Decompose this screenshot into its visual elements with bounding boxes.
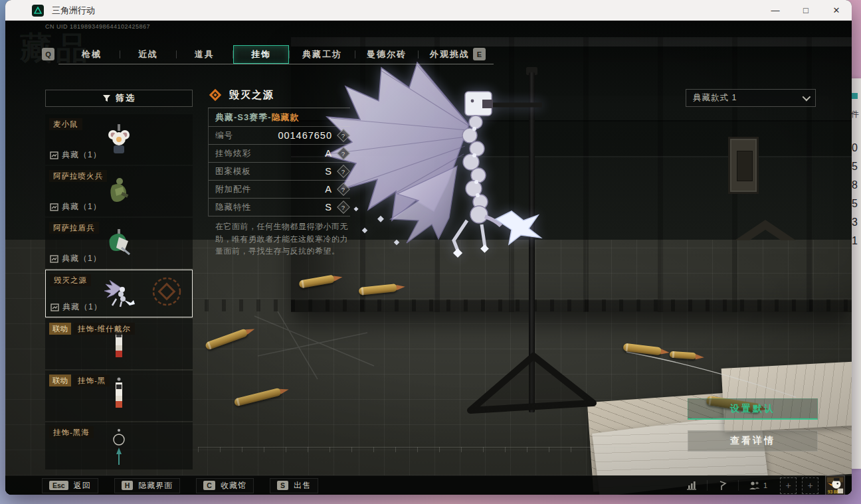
charm-name: 阿萨拉喷火兵 [49,170,107,182]
tab-firearms[interactable]: 枪械 [64,45,120,64]
shortcut-collection-hall[interactable]: C 收藏馆 [196,478,254,493]
background-window-number: 1 [852,235,861,247]
help-icon[interactable]: ? [337,183,350,196]
stats-button[interactable] [676,476,707,495]
charm-thumbnail [106,176,132,207]
set-default-button[interactable]: 设置默认 [688,398,818,420]
tab-mandel-brick[interactable]: 曼德尔砖 [355,45,418,64]
tab-underline [58,64,494,64]
collection-emblem-icon [151,276,183,307]
filter-icon [102,94,111,102]
collection-icon [50,151,58,159]
window-title: 三角洲行动 [52,5,95,17]
help-icon[interactable]: ? [337,165,350,178]
avatar-caption: 93 88 [828,489,839,494]
charm-name: 毁灭之源 [50,274,91,286]
background-window-number: 0 [852,142,861,154]
background-window-number: 5 [852,198,861,210]
tab-items[interactable]: 道具 [177,45,233,64]
esc-key-badge: Esc [49,481,68,490]
stat-row-hidden-trait: 隐藏特性 S ? [209,199,350,216]
party-button[interactable]: 1 [739,476,777,495]
help-icon[interactable]: ? [337,201,350,214]
charm-thumbnail [102,279,136,308]
next-tab-key-hint: E [473,48,486,60]
shortcut-hide-ui[interactable]: H 隐藏界面 [114,478,181,493]
background-window-number: 5 [852,161,861,173]
shortcut-back[interactable]: Esc 返回 [42,478,98,493]
style-dropdown-value: 典藏款式 1 [693,92,737,104]
maximize-button[interactable]: □ [791,0,821,21]
crate-latch [728,137,759,194]
list-item-maixiaoshu[interactable]: 麦小鼠 典藏（1） [45,114,193,165]
charm-list: 麦小鼠 典藏（1） 阿萨拉喷火兵 典藏（1） [45,114,193,469]
list-item-flamer[interactable]: 阿萨拉喷火兵 典藏（1） [45,166,193,216]
list-item-source-of-destruction[interactable]: 毁灭之源 典藏（1） [45,270,193,317]
tab-melee[interactable]: 近战 [120,45,176,64]
charm-thumbnail [111,428,127,467]
chevron-down-icon [803,93,811,102]
game-content: CN UID 1819893498644102425867 藏品 Q 枪械 近战… [5,21,852,495]
tab-charms[interactable]: 挂饰 [233,45,289,64]
charm-name: 挂饰-维什戴尔 [74,323,135,335]
charm-thumbnail [105,124,133,155]
app-window: 三角洲行动 — □ ✕ [5,0,852,495]
collection-count: 典藏（1） [62,149,102,161]
charm-description: 在它面前，任何生物都显得渺小而无助，唯有勇敢者才能在这般寒冷的力量面前，寻找生存… [215,220,356,258]
player-avatar[interactable]: 93 88 [825,475,845,495]
shortcut-sell[interactable]: S 出售 [270,478,318,493]
desk-ruler [198,447,636,452]
charm-name: 麦小鼠 [49,118,82,130]
s-key-badge: S [277,481,288,490]
collab-badge: 联动 [49,323,71,335]
collab-badge: 联动 [49,375,71,386]
title-bar: 三角洲行动 — □ ✕ [5,0,852,21]
c-key-badge: C [203,481,215,490]
detail-stats: 典藏-S3赛季-隐藏款 编号 001467650 ? 挂饰炫彩 A ? 图案模板… [208,108,350,216]
category-tabs: 枪械 近战 道具 挂饰 典藏工坊 曼德尔砖 外观挑战 [64,45,481,64]
list-item-blacksea[interactable]: 挂饰-黑海 [45,422,193,469]
collection-icon [50,303,59,311]
collection-icon [50,203,58,211]
help-icon[interactable]: ? [337,147,350,160]
help-icon[interactable]: ? [337,129,350,142]
flag-icon [718,481,727,491]
list-item-shieldbearer[interactable]: 阿萨拉盾兵 典藏（1） [45,218,193,268]
stat-row-colorway: 挂饰炫彩 A ? [209,145,350,163]
view-details-button[interactable]: 查看详情 [688,430,818,452]
charm-thumbnail [104,228,134,258]
charm-thumbnail [112,377,126,414]
filter-label: 筛选 [116,92,136,104]
invite-slot-button[interactable]: + [802,477,818,494]
tab-collection-workshop[interactable]: 典藏工坊 [290,45,355,64]
bar-chart-icon [686,481,697,490]
charm-name: 挂饰-黑海 [49,426,94,438]
filter-button[interactable]: 筛选 [45,90,193,107]
collection-count: 典藏（1） [62,201,102,212]
stat-row-pattern: 图案模板 S ? [209,163,350,181]
detail-header: 毁灭之源 [208,88,274,102]
list-item-black[interactable]: 联动挂饰-黑 [45,371,193,421]
stat-row-serial: 编号 001467650 ? [209,127,350,145]
list-item-wisadel[interactable]: 联动挂饰-维什戴尔 [45,319,193,369]
bottom-bar: Esc 返回 H 隐藏界面 C 收藏馆 S 出售 [5,475,852,495]
series-row: 典藏-S3赛季-隐藏款 [209,108,350,127]
report-button[interactable] [708,476,738,495]
blueprint-paper [721,361,852,432]
prev-tab-key-hint: Q [42,48,54,60]
party-icon [749,481,761,490]
background-window-icon [852,93,858,99]
h-key-badge: H [122,481,134,490]
minimize-button[interactable]: — [760,0,791,21]
charm-name: 挂饰-黑 [74,375,110,386]
collection-icon [50,255,58,263]
stat-row-attachment: 附加配件 A ? [209,181,350,199]
tab-appearance-challenge[interactable]: 外观挑战 [419,45,481,64]
background-window-text: 件 [851,109,859,120]
charm-title: 毁灭之源 [229,89,274,102]
party-count: 1 [763,481,767,489]
invite-slot-button[interactable]: + [780,477,797,494]
series-hidden-label: 隐藏款 [272,112,300,124]
style-dropdown[interactable]: 典藏款式 1 [686,89,816,107]
close-button[interactable]: ✕ [821,0,852,21]
